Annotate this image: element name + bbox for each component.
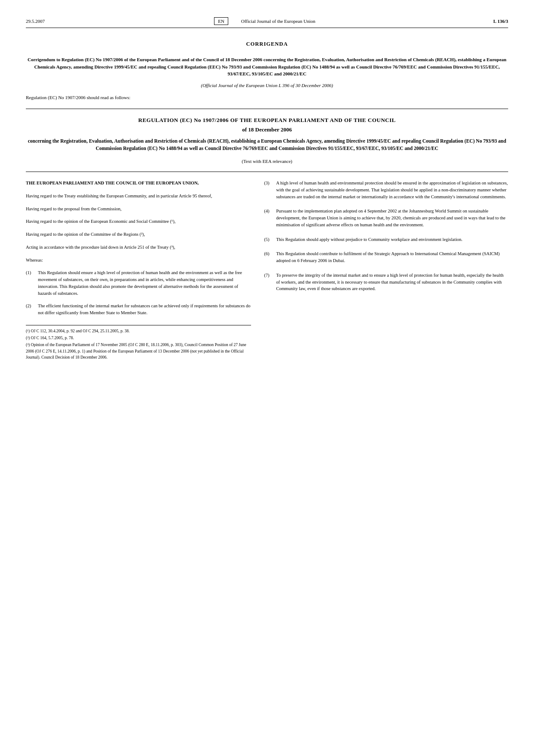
right-item-5-num: (5) (264, 236, 273, 243)
page-header: 29.5.2007 EN Official Journal of the Eur… (26, 17, 508, 28)
item-1-num: (1) (26, 269, 34, 297)
right-item-3-num: (3) (264, 180, 273, 200)
footnote-3: (³) Opinion of the European Parliament o… (26, 342, 251, 360)
main-content: THE EUROPEAN PARLIAMENT AND THE COUNCIL … (26, 180, 508, 361)
right-item-7-num: (7) (264, 272, 273, 292)
right-column: (3) A high level of human health and env… (264, 180, 508, 361)
left-p2: Having regard to the proposal from the C… (26, 206, 251, 212)
right-item-4-num: (4) (264, 208, 273, 228)
right-item-4: (4) Pursuant to the implementation plan … (264, 208, 508, 228)
regulation-title: REGULATION (EC) No 1907/2006 OF THE EURO… (26, 117, 508, 124)
divider-2 (26, 172, 508, 172)
left-p4: Having regard to the opinion of the Comm… (26, 231, 251, 238)
item-2-text: The efficient functioning of the interna… (38, 303, 251, 316)
corrigenda-intro: Corrigendum to Regulation (EC) No 1907/2… (26, 56, 508, 78)
right-item-6-num: (6) (264, 250, 273, 264)
right-item-4-text: Pursuant to the implementation plan adop… (276, 208, 508, 228)
footnote-1-mark: (¹) (26, 329, 30, 333)
item-2-num: (2) (26, 303, 34, 316)
left-p5: Acting in accordance with the procedure … (26, 244, 251, 251)
footnote-2: (²) OJ C 164, 5.7.2005, p. 78. (26, 335, 251, 341)
left-p1: Having regard to the Treaty establishing… (26, 193, 251, 200)
right-item-3-text: A high level of human health and environ… (276, 180, 508, 200)
right-item-6: (6) This Regulation should contribute to… (264, 250, 508, 264)
footnote-2-text: OJ C 164, 5.7.2005, p. 78. (31, 336, 74, 340)
right-item-5-text: This Regulation should apply without pre… (276, 236, 463, 243)
right-item-5: (5) This Regulation should apply without… (264, 236, 508, 243)
item-1-text: This Regulation should ensure a high lev… (38, 269, 251, 297)
footnote-1: (¹) OJ C 112, 30.4.2004, p. 92 and OJ C … (26, 328, 251, 334)
left-column: THE EUROPEAN PARLIAMENT AND THE COUNCIL … (26, 180, 251, 361)
footnotes: (¹) OJ C 112, 30.4.2004, p. 92 and OJ C … (26, 325, 251, 360)
header-date: 29.5.2007 (26, 19, 45, 24)
footnote-1-text: OJ C 112, 30.4.2004, p. 92 and OJ C 294,… (31, 329, 130, 333)
regulation-description: concerning the Registration, Evaluation,… (26, 137, 508, 153)
header-journal-title: Official Journal of the European Union (241, 19, 315, 24)
regulation-date: of 18 December 2006 (26, 126, 508, 133)
right-item-3: (3) A high level of human health and env… (264, 180, 508, 200)
header-lang: EN (214, 17, 228, 25)
right-item-6-text: This Regulation should contribute to ful… (276, 250, 508, 264)
divider-1 (26, 109, 508, 109)
list-item-2: (2) The efficient functioning of the int… (26, 303, 251, 316)
footnote-3-text: Opinion of the European Parliament of 17… (26, 343, 246, 359)
eea-note: (Text with EEA relevance) (26, 159, 508, 164)
footnote-2-mark: (²) (26, 336, 30, 340)
corrigenda-italic-ref: (Official Journal of the European Union … (26, 83, 508, 88)
footnote-3-mark: (³) (26, 343, 30, 347)
left-p3: Having regard to the opinion of the Euro… (26, 218, 251, 225)
right-item-7-text: To preserve the integrity of the interna… (276, 272, 508, 292)
numbered-list-left: (1) This Regulation should ensure a high… (26, 269, 251, 316)
header-ref: L 136/3 (493, 19, 508, 24)
parliament-text: THE EUROPEAN PARLIAMENT AND THE COUNCIL … (26, 180, 251, 187)
list-item-1: (1) This Regulation should ensure a high… (26, 269, 251, 297)
page: 29.5.2007 EN Official Journal of the Eur… (0, 0, 534, 756)
corrigenda-section-title: CORRIGENDA (26, 41, 508, 47)
whereas-label: Whereas: (26, 257, 251, 264)
corrigenda-read-as: Regulation (EC) No 1907/2006 should read… (26, 95, 508, 100)
right-item-7: (7) To preserve the integrity of the int… (264, 272, 508, 292)
